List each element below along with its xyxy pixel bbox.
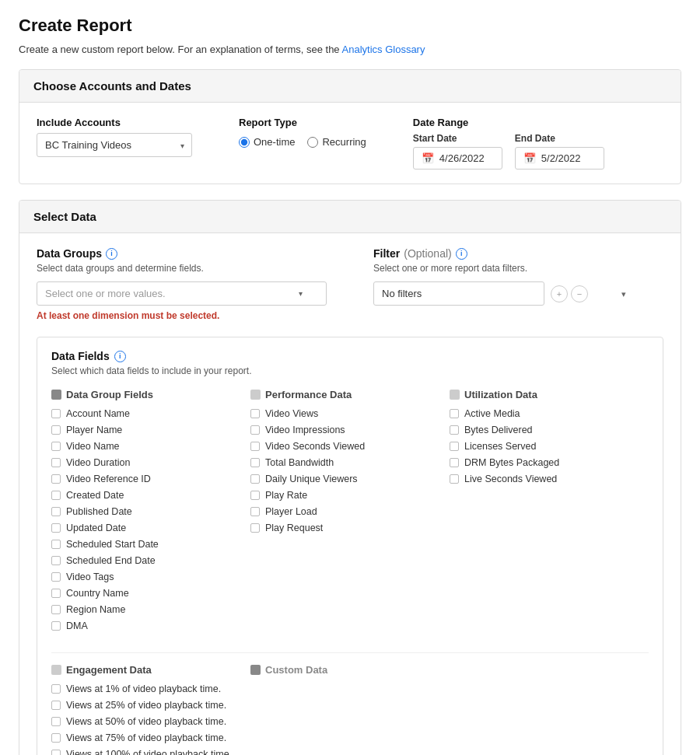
list-item[interactable]: Views at 100% of video playback time.: [51, 749, 250, 755]
date-inputs-row: Start Date 📅 4/26/2022 End Date 📅 5/2/20…: [413, 133, 604, 170]
report-type-radio-row: One-time Recurring: [239, 136, 366, 148]
list-item[interactable]: Video Seconds Viewed: [250, 441, 442, 452]
field-checkbox[interactable]: [51, 621, 61, 631]
list-item[interactable]: Views at 25% of video playback time.: [51, 700, 250, 711]
list-item[interactable]: Published Date: [51, 506, 243, 517]
custom-data-checkbox[interactable]: [250, 665, 261, 675]
data-groups-error: At least one dimension must be selected.: [37, 310, 327, 321]
field-checkbox[interactable]: [250, 474, 260, 484]
field-checkbox[interactable]: [51, 523, 61, 533]
list-item[interactable]: DMA: [51, 620, 243, 631]
field-checkbox[interactable]: [450, 474, 459, 484]
data-fields-title: Data Fields i: [51, 350, 649, 362]
field-checkbox[interactable]: [51, 605, 61, 614]
performance-data-col: Performance Data Video Views Video Impre…: [250, 389, 450, 637]
list-item[interactable]: Created Date: [51, 490, 243, 501]
utilization-data-header: Utilization Data: [450, 389, 641, 400]
list-item[interactable]: Video Tags: [51, 571, 243, 582]
field-checkbox[interactable]: [51, 684, 61, 694]
list-item[interactable]: Video Reference ID: [51, 474, 243, 484]
field-checkbox[interactable]: [51, 717, 61, 726]
list-item[interactable]: Video Duration: [51, 457, 243, 468]
data-group-fields-checkbox[interactable]: [51, 390, 61, 400]
data-fields-info-icon[interactable]: i: [114, 351, 126, 362]
field-checkbox[interactable]: [51, 589, 61, 598]
accounts-dates-title: Choose Accounts and Dates: [33, 79, 667, 93]
utilization-data-checkbox[interactable]: [450, 390, 460, 400]
list-item[interactable]: Account Name: [51, 408, 243, 419]
list-item[interactable]: Video Impressions: [250, 425, 442, 435]
data-group-fields-header: Data Group Fields: [51, 389, 243, 400]
field-checkbox[interactable]: [250, 523, 260, 533]
list-item[interactable]: Play Rate: [250, 490, 442, 501]
field-checkbox[interactable]: [51, 556, 61, 565]
engagement-checkbox[interactable]: [51, 665, 61, 675]
list-item[interactable]: Licenses Served: [450, 441, 641, 452]
list-item[interactable]: Player Load: [250, 506, 442, 517]
utilization-fields-list: Active Media Bytes Delivered Licenses Se…: [450, 408, 641, 484]
list-item[interactable]: Video Views: [250, 408, 442, 419]
field-checkbox[interactable]: [51, 572, 61, 582]
radio-option-onetime[interactable]: One-time: [239, 136, 295, 148]
field-checkbox[interactable]: [450, 425, 459, 435]
filter-select[interactable]: No filters: [373, 281, 544, 306]
field-checkbox[interactable]: [51, 507, 61, 516]
field-checkbox[interactable]: [250, 425, 260, 435]
start-date-calendar-icon: 📅: [422, 152, 434, 164]
list-item[interactable]: Views at 50% of video playback time.: [51, 716, 250, 727]
field-checkbox[interactable]: [51, 491, 61, 500]
engagement-header: Engagement Data: [51, 664, 250, 676]
filter-info-icon[interactable]: i: [456, 248, 467, 260]
filter-col: Filter (Optional) i Select one or more r…: [373, 247, 663, 321]
list-item[interactable]: Daily Unique Viewers: [250, 474, 442, 484]
data-groups-info-icon[interactable]: i: [106, 248, 117, 260]
radio-recurring[interactable]: [307, 137, 318, 148]
list-item[interactable]: Views at 1% of video playback time.: [51, 683, 250, 694]
list-item[interactable]: Play Request: [250, 523, 442, 533]
field-checkbox[interactable]: [250, 442, 260, 451]
list-item[interactable]: DRM Bytes Packaged: [450, 457, 641, 468]
field-checkbox[interactable]: [51, 458, 61, 467]
list-item[interactable]: Live Seconds Viewed: [450, 474, 641, 484]
include-accounts-select[interactable]: BC Training Videos: [37, 133, 192, 157]
end-date-input[interactable]: 📅 5/2/2022: [515, 147, 604, 170]
field-checkbox[interactable]: [51, 425, 61, 435]
list-item[interactable]: Active Media: [450, 408, 641, 419]
date-range-group: Date Range Start Date 📅 4/26/2022 End Da…: [413, 117, 604, 170]
field-checkbox[interactable]: [250, 458, 260, 467]
field-checkbox[interactable]: [51, 701, 61, 710]
accounts-dates-header: Choose Accounts and Dates: [19, 70, 681, 103]
radio-onetime[interactable]: [239, 137, 250, 148]
list-item[interactable]: Scheduled Start Date: [51, 539, 243, 550]
field-checkbox[interactable]: [450, 458, 459, 467]
data-groups-multiselect[interactable]: Select one or more values. ▾: [37, 281, 327, 306]
list-item[interactable]: Scheduled End Date: [51, 555, 243, 566]
list-item[interactable]: Player Name: [51, 425, 243, 435]
field-checkbox[interactable]: [51, 540, 61, 549]
field-checkbox[interactable]: [250, 507, 260, 516]
list-item[interactable]: Bytes Delivered: [450, 425, 641, 435]
field-checkbox[interactable]: [250, 409, 260, 418]
list-item[interactable]: Views at 75% of video playback time.: [51, 732, 250, 743]
list-item[interactable]: Region Name: [51, 604, 243, 615]
start-date-input[interactable]: 📅 4/26/2022: [413, 147, 502, 170]
filter-remove-button[interactable]: −: [571, 285, 588, 302]
data-groups-arrow-icon: ▾: [299, 289, 303, 298]
field-checkbox[interactable]: [51, 750, 61, 755]
radio-option-recurring[interactable]: Recurring: [307, 136, 366, 148]
filter-add-button[interactable]: +: [551, 285, 568, 302]
list-item[interactable]: Country Name: [51, 588, 243, 599]
list-item[interactable]: Total Bandwidth: [250, 457, 442, 468]
field-checkbox[interactable]: [51, 442, 61, 451]
performance-data-checkbox[interactable]: [250, 390, 261, 400]
list-item[interactable]: Updated Date: [51, 523, 243, 533]
list-item[interactable]: Video Name: [51, 441, 243, 452]
field-checkbox[interactable]: [450, 442, 459, 451]
glossary-link[interactable]: Analytics Glossary: [342, 44, 425, 55]
field-checkbox[interactable]: [51, 409, 61, 418]
field-checkbox[interactable]: [51, 474, 61, 484]
field-checkbox[interactable]: [450, 409, 459, 418]
field-checkbox[interactable]: [250, 491, 260, 500]
bottom-section: Engagement Data Views at 1% of video pla…: [51, 652, 649, 755]
field-checkbox[interactable]: [51, 733, 61, 743]
